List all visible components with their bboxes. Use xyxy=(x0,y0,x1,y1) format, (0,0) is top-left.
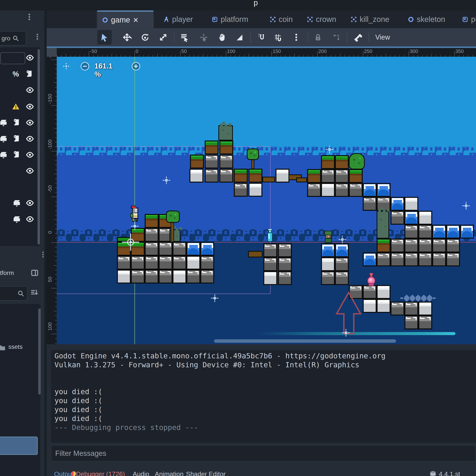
statusbar-output[interactable]: Output xyxy=(54,470,73,476)
unique-name-icon[interactable]: % xyxy=(12,70,20,78)
tile-s xyxy=(404,225,418,238)
visibility-eye-icon[interactable] xyxy=(26,102,34,111)
tile-s xyxy=(159,242,172,256)
script-icon[interactable] xyxy=(13,119,21,127)
scene-instance-icon[interactable] xyxy=(0,119,8,127)
tile-s xyxy=(145,256,159,270)
tab-skeleton[interactable]: skeleton xyxy=(403,11,449,28)
statusbar-audio[interactable]: Audio xyxy=(133,470,149,476)
node-position-gizmo[interactable] xyxy=(462,202,470,210)
ruler-tick xyxy=(326,55,327,57)
visibility-eye-icon[interactable] xyxy=(26,135,34,143)
viewport-hscrollbar[interactable] xyxy=(214,339,396,343)
tile-w xyxy=(418,302,432,316)
filesystem-selected-item[interactable] xyxy=(0,437,38,455)
node-position-gizmo[interactable] xyxy=(342,329,350,337)
statusbar-debugger-[interactable]: Debugger (1726) xyxy=(76,470,125,476)
rotate-tool-button[interactable] xyxy=(138,30,152,45)
visibility-eye-icon[interactable] xyxy=(26,167,34,175)
instance-icon xyxy=(351,16,357,23)
tab-purple_bottle[interactable]: purple_bottle xyxy=(457,11,476,28)
scene-filter-input[interactable]: gro xyxy=(0,31,26,46)
filesystem-item-fragment[interactable]: ssets xyxy=(8,343,23,350)
node-position-gizmo[interactable] xyxy=(339,236,346,243)
visibility-eye-icon[interactable] xyxy=(26,151,34,159)
scene-instance-icon[interactable] xyxy=(13,199,21,207)
scene-instance-icon[interactable] xyxy=(0,151,8,159)
pan-tool-button[interactable] xyxy=(215,30,229,45)
zoom-out-button[interactable] xyxy=(81,62,89,70)
dock-splitter[interactable] xyxy=(44,11,47,476)
scene-instance-icon[interactable] xyxy=(13,215,21,223)
center-view-icon[interactable] xyxy=(62,62,70,70)
sage-tree xyxy=(377,211,389,238)
ruler-tick xyxy=(89,51,89,57)
tile-s xyxy=(377,253,391,266)
visibility-eye-icon[interactable] xyxy=(26,215,34,223)
visibility-eye-icon[interactable] xyxy=(26,53,34,62)
view-menu-button[interactable]: View xyxy=(375,28,390,47)
pink-flask-sprite[interactable] xyxy=(367,273,376,286)
skeleton-options-button[interactable] xyxy=(351,30,365,45)
soldier-enemy-sprite[interactable] xyxy=(323,230,333,243)
sort-files-icon[interactable] xyxy=(30,288,38,296)
vertical-ruler[interactable]: -200-150-100-50050100 xyxy=(47,57,57,344)
node-position-gizmo[interactable] xyxy=(326,146,333,153)
split-view-icon[interactable] xyxy=(31,269,39,277)
filesystem-scrollbar[interactable] xyxy=(38,308,41,394)
scale-tool-button[interactable] xyxy=(156,30,170,45)
filesystem-filter-input[interactable] xyxy=(0,286,27,301)
visibility-eye-icon[interactable] xyxy=(26,119,34,127)
select-tool-button[interactable] xyxy=(97,30,112,45)
grid-snap-button[interactable] xyxy=(271,30,285,45)
visibility-eye-icon[interactable] xyxy=(26,199,34,207)
tab-game[interactable]: game xyxy=(97,11,154,28)
ruler-tick xyxy=(55,233,57,234)
smart-snap-button[interactable] xyxy=(255,30,269,45)
zoom-in-button[interactable] xyxy=(132,62,140,70)
ruler-tick xyxy=(427,55,427,57)
node-position-gizmo[interactable] xyxy=(163,176,170,184)
blue-potion-sprite[interactable] xyxy=(267,229,273,242)
statusbar-animation[interactable]: Animation xyxy=(155,470,184,476)
tile-s xyxy=(159,270,172,284)
knight-player-sprite[interactable] xyxy=(130,206,140,228)
filesystem-dock-handle-icon[interactable] xyxy=(39,251,44,258)
snap-options-button[interactable] xyxy=(289,30,304,45)
tab-crown[interactable]: crown xyxy=(302,11,338,28)
zoom-percent[interactable]: 161.1 % xyxy=(94,62,113,78)
selected-node-gizmo[interactable] xyxy=(122,234,139,251)
tile-i xyxy=(321,243,335,257)
tab-kill_zone[interactable]: kill_zone xyxy=(346,11,395,28)
tab-player[interactable]: player xyxy=(158,11,199,28)
measure-tool-button[interactable] xyxy=(232,30,247,45)
filter-messages-input[interactable]: Filter Messages xyxy=(51,445,476,461)
output-log: Godot Engine v4.4.1.stable.mono.official… xyxy=(51,350,476,443)
ruler-label: 300 xyxy=(410,48,418,54)
tab-platform[interactable]: platform xyxy=(206,11,257,28)
warning-icon[interactable] xyxy=(12,102,20,111)
close-icon[interactable] xyxy=(133,17,139,23)
script-icon[interactable] xyxy=(25,70,34,78)
folder-icon xyxy=(0,343,6,352)
scene-tree-scrollbar[interactable] xyxy=(37,49,40,244)
statusbar-shader-editor[interactable]: Shader Editor xyxy=(186,470,226,476)
ruler-tick xyxy=(203,54,203,57)
move-tool-button[interactable] xyxy=(120,30,134,45)
scene-dock-menu-icon[interactable] xyxy=(34,33,41,41)
tree-trunk xyxy=(251,160,254,169)
tab-coin[interactable]: coin xyxy=(265,11,294,28)
dock-menu-icon[interactable] xyxy=(25,13,34,21)
ruler-tick xyxy=(66,54,66,57)
filesystem-path-fragment: tform xyxy=(0,270,14,276)
scene-instance-icon[interactable] xyxy=(0,135,8,143)
tile-s xyxy=(159,256,172,270)
ruler-tick xyxy=(408,51,409,57)
list-select-tool-button[interactable] xyxy=(177,30,192,45)
script-icon[interactable] xyxy=(13,135,21,143)
visibility-eye-icon[interactable] xyxy=(26,86,34,94)
script-icon[interactable] xyxy=(13,151,21,159)
node-position-gizmo[interactable] xyxy=(211,294,219,302)
canvas-viewport[interactable]: 161.1 % xyxy=(57,57,476,344)
horizontal-ruler[interactable]: -50050100150200250300350 xyxy=(57,48,476,57)
